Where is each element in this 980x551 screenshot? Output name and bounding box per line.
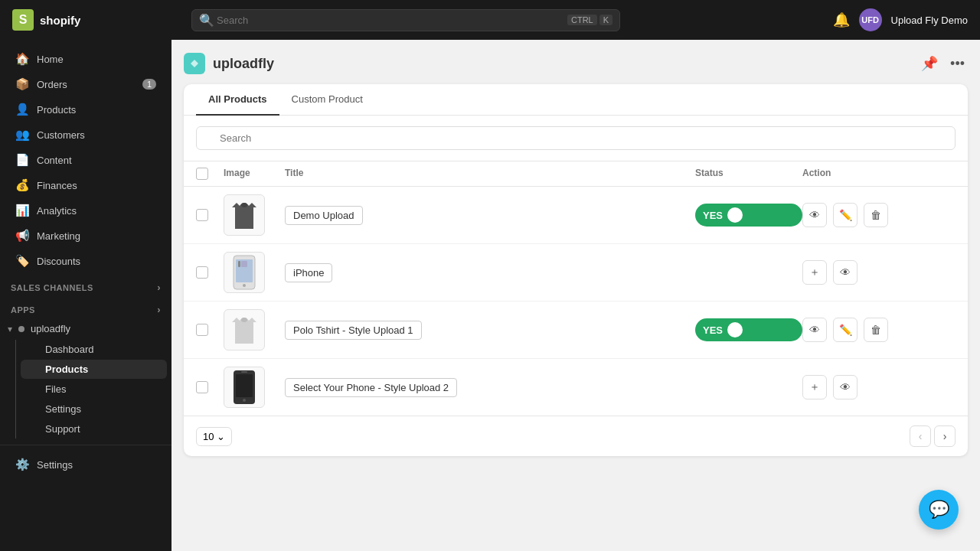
row3-action-cell: 👁 ✏️ 🗑	[802, 318, 956, 342]
sidebar-item-analytics[interactable]: 📊 Analytics	[5, 198, 167, 223]
chat-bubble-button[interactable]: 💬	[919, 490, 959, 530]
nav-right: 🔔 UFD Upload Fly Demo	[833, 8, 968, 31]
sidebar-sub-settings[interactable]: Settings	[21, 399, 167, 419]
row1-checkbox-cell	[196, 209, 224, 221]
shortcut-k: K	[599, 15, 612, 25]
apps-label: Apps	[11, 305, 35, 315]
row1-edit-button[interactable]: ✏️	[833, 203, 858, 227]
row3-checkbox[interactable]	[196, 324, 208, 336]
row1-status-cell: YES	[695, 204, 802, 227]
shopify-logo: S shopify	[12, 9, 80, 31]
row4-action-cell: ＋ 👁	[802, 375, 956, 399]
svg-rect-9	[236, 374, 253, 397]
sidebar-item-content[interactable]: 📄 Content	[5, 148, 167, 172]
table-row: Demo Upload YES 👁 ✏️ 🗑	[184, 187, 968, 244]
sidebar-item-settings[interactable]: ⚙️ Settings	[5, 452, 167, 477]
row3-action-btns: 👁 ✏️ 🗑	[802, 318, 956, 342]
row3-image-cell	[224, 309, 285, 350]
row1-action-cell: 👁 ✏️ 🗑	[802, 203, 956, 227]
app-page-title: uploadfly	[213, 56, 274, 72]
row3-checkbox-cell	[196, 324, 224, 336]
svg-point-6	[243, 284, 246, 287]
row3-status-toggle[interactable]: YES	[695, 318, 802, 341]
row3-status-cell: YES	[695, 318, 802, 341]
tab-all-products[interactable]: All Products	[196, 84, 279, 116]
avatar: UFD	[859, 8, 882, 31]
products-icon: 👤	[15, 103, 29, 116]
apps-section: Apps ›	[0, 296, 172, 318]
row1-view-button[interactable]: 👁	[802, 203, 827, 227]
sidebar-item-orders[interactable]: 📦 Orders 1	[5, 72, 167, 96]
per-page-select[interactable]: 10 ⌄	[196, 427, 232, 446]
sidebar-sub-files[interactable]: Files	[21, 380, 167, 399]
sidebar-label-discounts: Discounts	[37, 256, 80, 267]
search-input[interactable]	[191, 9, 620, 31]
more-options-button[interactable]: •••	[947, 52, 968, 75]
sidebar-item-home[interactable]: 🏠 Home	[5, 47, 167, 71]
sidebar-sub-dashboard[interactable]: Dashboard	[21, 340, 167, 359]
row4-title-badge: Select Your Phone - Style Upload 2	[285, 378, 457, 397]
support-label: Support	[45, 423, 80, 435]
row2-add-button[interactable]: ＋	[802, 260, 827, 285]
sidebar-item-marketing[interactable]: 📢 Marketing	[5, 223, 167, 248]
table-search-wrap: 🔍	[196, 126, 956, 150]
sidebar-sub-support[interactable]: Support	[21, 419, 167, 439]
row1-thumbnail	[224, 194, 265, 236]
row2-title-badge: iPhone	[285, 263, 332, 282]
content-area: uploadfly 📌 ••• All Products Custom Prod…	[172, 40, 980, 551]
sidebar-label-content: Content	[37, 155, 72, 166]
sales-channels-label: Sales channels	[11, 283, 93, 292]
row1-title-cell: Demo Upload	[285, 206, 695, 225]
svg-point-7	[241, 318, 247, 322]
table-row: Polo Tshirt - Style Upload 1 YES 👁 ✏️ 🗑	[184, 302, 968, 359]
row1-title-badge: Demo Upload	[285, 206, 363, 225]
select-all-checkbox[interactable]	[196, 168, 208, 180]
table-search-input[interactable]	[196, 126, 956, 150]
row1-status-toggle[interactable]: YES	[695, 204, 802, 227]
row3-toggle-circle	[727, 322, 743, 337]
notifications-button[interactable]: 🔔	[833, 11, 850, 28]
row3-delete-button[interactable]: 🗑	[864, 318, 888, 342]
tab-custom-product[interactable]: Custom Product	[279, 84, 375, 116]
next-page-button[interactable]: ›	[934, 425, 956, 447]
app-dot-icon	[18, 326, 24, 332]
pin-button[interactable]: 📌	[918, 52, 941, 75]
prev-page-button[interactable]: ‹	[910, 425, 931, 447]
settings-bottom: ⚙️ Settings	[0, 445, 172, 484]
pagination-bar: 10 ⌄ ‹ ›	[184, 416, 968, 456]
svg-rect-5	[241, 261, 247, 267]
row4-view-button[interactable]: 👁	[833, 375, 858, 399]
sidebar-item-finances[interactable]: 💰 Finances	[5, 173, 167, 197]
row2-view-button[interactable]: 👁	[833, 260, 858, 285]
sidebar-label-orders: Orders	[37, 79, 67, 90]
settings-icon: ⚙️	[15, 458, 29, 471]
orders-icon: 📦	[15, 77, 29, 91]
sidebar-sub-products[interactable]: Products	[21, 360, 167, 379]
sidebar-label-customers: Customers	[37, 129, 85, 141]
row1-checkbox[interactable]	[196, 209, 208, 221]
sidebar-label-analytics: Analytics	[37, 205, 77, 217]
row2-checkbox[interactable]	[196, 266, 208, 279]
home-icon: 🏠	[15, 52, 29, 66]
row4-add-button[interactable]: ＋	[802, 375, 827, 399]
row4-title-cell: Select Your Phone - Style Upload 2	[285, 378, 695, 397]
sidebar-label-finances: Finances	[37, 180, 77, 191]
per-page-chevron-icon: ⌄	[217, 431, 225, 442]
chat-icon: 💬	[929, 500, 949, 520]
row3-view-button[interactable]: 👁	[802, 318, 827, 342]
sidebar-item-customers[interactable]: 👥 Customers	[5, 122, 167, 147]
orders-badge: 1	[142, 79, 156, 90]
row1-delete-button[interactable]: 🗑	[864, 203, 888, 227]
row2-thumbnail	[224, 252, 265, 293]
sidebar-item-discounts[interactable]: 🏷️ Discounts	[5, 249, 167, 273]
shopify-logo-icon: S	[12, 9, 34, 31]
row3-edit-button[interactable]: ✏️	[833, 318, 858, 342]
marketing-icon: 📢	[15, 229, 29, 243]
top-nav: S shopify 🔍 CTRL K 🔔 UFD Upload Fly Demo	[0, 0, 980, 40]
col-image-header: Image	[224, 168, 285, 180]
sidebar-item-products[interactable]: 👤 Products	[5, 97, 167, 122]
files-label: Files	[45, 383, 66, 395]
row4-checkbox[interactable]	[196, 381, 208, 393]
app-group-uploadfly[interactable]: ▾ uploadfly	[0, 318, 172, 339]
app-icon	[184, 53, 205, 74]
